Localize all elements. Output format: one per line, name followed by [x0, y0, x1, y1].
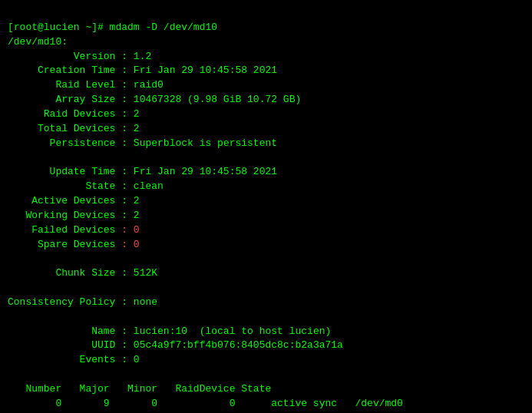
table-header: Number Major Minor RaidDevice State: [8, 383, 271, 395]
field-persistence: Persistence : Superblock is persistent: [8, 137, 277, 149]
field-total-devices: Total Devices : 2: [8, 123, 140, 134]
field-state: State : clean: [8, 180, 164, 192]
field-label: Persistence: [8, 137, 115, 149]
device-line: /dev/md10:: [8, 36, 68, 48]
field-label: Raid Devices: [8, 108, 115, 120]
field-spare-devices: Spare Devices : 0: [8, 239, 140, 250]
field-label: Creation Time: [8, 64, 115, 76]
field-value: : Fri Jan 29 10:45:58 2021: [115, 64, 277, 76]
field-active-devices: Active Devices : 2: [8, 195, 140, 206]
field-value: : 512K: [115, 267, 157, 279]
field-value: : none: [115, 296, 157, 308]
field-label: Update Time: [8, 166, 115, 177]
field-label: Failed Devices: [8, 224, 115, 236]
field-label: Array Size: [8, 94, 115, 105]
table-row-0: 0 9 0 0 active sync /dev/md0: [8, 398, 403, 409]
field-value: : 2: [115, 210, 139, 221]
field-consistency-policy: Consistency Policy : none: [8, 296, 157, 308]
field-events: Events : 0: [8, 354, 140, 365]
field-value: : Fri Jan 29 10:45:58 2021: [115, 166, 277, 177]
field-raid-level: Raid Level : raid0: [8, 79, 164, 91]
field-label: Chunk Size: [8, 267, 115, 279]
field-value: : lucien:10 (local to host lucien): [115, 325, 331, 337]
field-value: : 10467328 (9.98 GiB 10.72 GB): [115, 94, 301, 105]
field-value: : 2: [115, 123, 139, 134]
field-chunk-size: Chunk Size : 512K: [8, 267, 157, 279]
field-working-devices: Working Devices : 2: [8, 210, 140, 221]
field-failed-devices: Failed Devices : 0: [8, 224, 140, 236]
field-label: Consistency Policy: [8, 296, 115, 308]
field-uuid: UUID : 05c4a9f7:bff4b076:8405dc8c:b2a3a7…: [8, 339, 343, 351]
field-update-time: Update Time : Fri Jan 29 10:45:58 2021: [8, 166, 277, 177]
field-label: Events: [8, 354, 115, 365]
field-label: Name: [8, 325, 115, 337]
field-label: UUID: [8, 339, 115, 351]
field-value: : raid0: [115, 79, 163, 91]
field-value: : Superblock is persistent: [115, 137, 277, 149]
prompt-line: [root@lucien ~]# mdadm -D /dev/md10: [8, 21, 217, 33]
field-label: Raid Level: [8, 79, 115, 91]
field-label: Active Devices: [8, 195, 115, 206]
field-label: Total Devices: [8, 123, 115, 134]
field-version: Version : 1.2: [8, 51, 151, 62]
field-label: Spare Devices: [8, 239, 115, 250]
field-value: : 2: [115, 108, 139, 120]
field-value: : 1.2: [115, 51, 151, 62]
field-creation-time: Creation Time : Fri Jan 29 10:45:58 2021: [8, 64, 277, 76]
field-label: State: [8, 180, 115, 192]
field-value: : 0: [115, 354, 139, 365]
field-label: Version: [8, 51, 115, 62]
field-array-size: Array Size : 10467328 (9.98 GiB 10.72 GB…: [8, 94, 301, 105]
field-value: : 05c4a9f7:bff4b076:8405dc8c:b2a3a71a: [115, 339, 342, 351]
field-value: : 2: [115, 195, 139, 206]
field-name: Name : lucien:10 (local to host lucien): [8, 325, 331, 337]
field-label: Working Devices: [8, 210, 115, 221]
field-raid-devices: Raid Devices : 2: [8, 108, 140, 120]
field-value: : 0: [115, 224, 139, 236]
field-value: : 0: [115, 239, 139, 250]
field-value: : clean: [115, 180, 163, 192]
terminal-window: [root@lucien ~]# mdadm -D /dev/md10 /dev…: [8, 6, 524, 413]
